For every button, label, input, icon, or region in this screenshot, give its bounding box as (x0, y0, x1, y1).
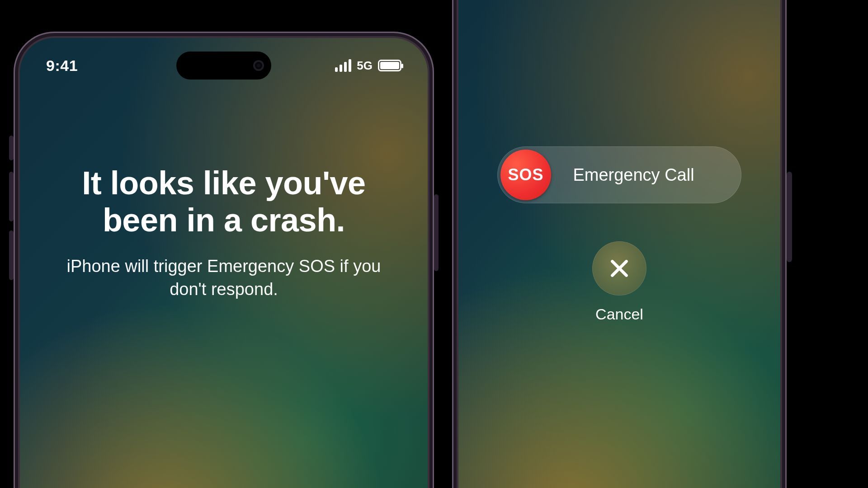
emergency-call-label: Emergency Call (551, 165, 741, 185)
power-button (787, 172, 792, 262)
phone-right: SOS Emergency Call Cancel (452, 0, 787, 488)
close-icon (608, 257, 631, 280)
crash-headline: It looks like you've been in a crash. (47, 164, 401, 239)
cancel-group: Cancel (592, 241, 646, 323)
volume-down-button (9, 230, 14, 280)
power-button (434, 194, 439, 271)
front-camera-icon (253, 60, 264, 71)
battery-icon (378, 60, 401, 71)
phone-right-screen: SOS Emergency Call Cancel (458, 0, 780, 488)
sos-knob-label: SOS (508, 165, 543, 184)
cellular-signal-icon (335, 59, 351, 72)
network-label: 5G (357, 59, 373, 73)
stage: 9:41 5G It looks like you've been in a c… (0, 0, 868, 488)
mute-switch (9, 136, 14, 160)
status-time: 9:41 (46, 57, 78, 75)
sos-knob[interactable]: SOS (500, 150, 551, 200)
dynamic-island (176, 52, 271, 80)
crash-subline: iPhone will trigger Emergency SOS if you… (47, 255, 401, 301)
volume-up-button (9, 172, 14, 221)
cancel-button[interactable] (592, 241, 646, 296)
cancel-label: Cancel (592, 305, 646, 323)
emergency-call-slider[interactable]: SOS Emergency Call (497, 146, 741, 203)
phone-left: 9:41 5G It looks like you've been in a c… (14, 32, 434, 488)
phone-left-screen: 9:41 5G It looks like you've been in a c… (20, 38, 428, 488)
crash-message: It looks like you've been in a crash. iP… (20, 164, 428, 301)
status-right: 5G (335, 59, 401, 73)
